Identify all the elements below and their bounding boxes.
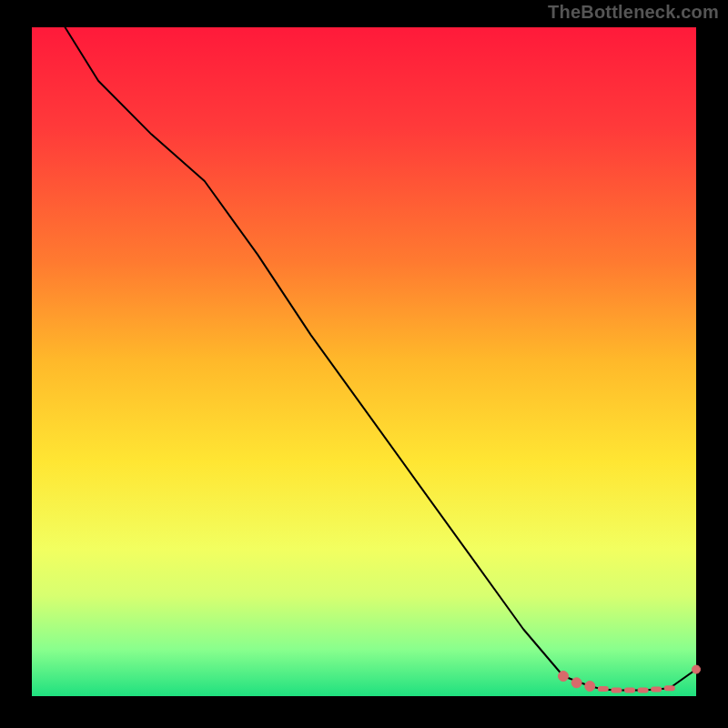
bottleneck-curve — [66, 27, 697, 690]
marker-point — [585, 682, 595, 692]
marker-point — [638, 687, 649, 693]
marker-point — [611, 687, 622, 693]
marker-point — [559, 672, 569, 682]
marker-point — [651, 687, 662, 693]
marker-point — [598, 686, 609, 692]
marker-point — [664, 685, 675, 691]
plot-area — [32, 27, 696, 696]
chart-frame: TheBottleneck.com — [0, 0, 728, 728]
bottleneck-markers — [559, 665, 701, 693]
marker-point — [693, 665, 701, 673]
attribution-text: TheBottleneck.com — [548, 2, 719, 23]
marker-point — [624, 687, 635, 693]
marker-point — [571, 678, 581, 688]
chart-overlay-svg — [32, 27, 696, 696]
